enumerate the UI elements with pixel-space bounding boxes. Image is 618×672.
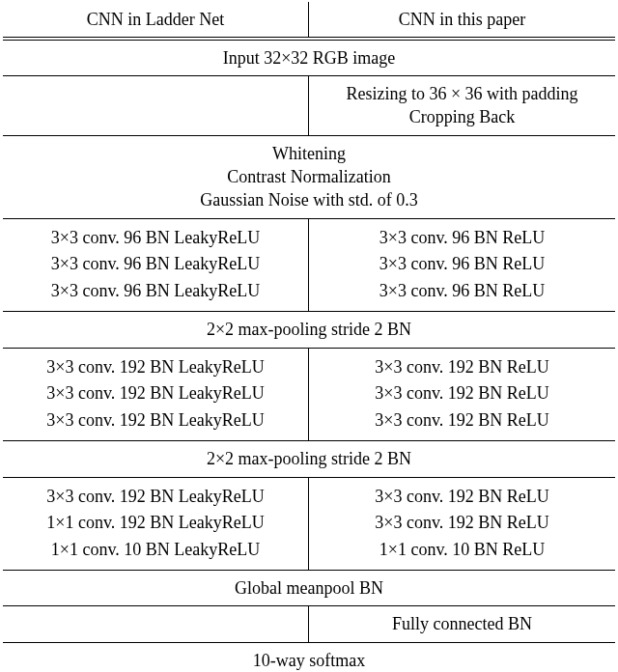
conv-block-1: 3×3 conv. 96 BN LeakyReLU 3×3 conv. 96 B… xyxy=(3,219,615,312)
common-preproc: Whitening Contrast Normalization Gaussia… xyxy=(3,136,615,218)
conv-line: 3×3 conv. 192 BN LeakyReLU xyxy=(46,380,264,407)
preproc-left-empty xyxy=(3,76,309,135)
global-meanpool: Global meanpool BN xyxy=(3,571,615,605)
conv-block-1-right: 3×3 conv. 96 BN ReLU 3×3 conv. 96 BN ReL… xyxy=(309,219,615,312)
conv-block-2-right: 3×3 conv. 192 BN ReLU 3×3 conv. 192 BN R… xyxy=(309,349,615,441)
conv-line: 3×3 conv. 192 BN ReLU xyxy=(375,354,548,381)
input-row: Input 32×32 RGB image xyxy=(3,41,615,75)
conv-line: 3×3 conv. 96 BN ReLU xyxy=(379,251,545,278)
conv-line: 3×3 conv. 192 BN ReLU xyxy=(375,510,548,537)
conv-line: 1×1 conv. 192 BN LeakyReLU xyxy=(46,510,264,537)
conv-line: 3×3 conv. 192 BN LeakyReLU xyxy=(46,484,264,511)
preproc-resize-row: Resizing to 36 × 36 with padding Croppin… xyxy=(3,76,615,135)
col-header-left: CNN in Ladder Net xyxy=(3,2,309,37)
softmax-row: 10-way softmax xyxy=(3,643,615,672)
conv-line: 3×3 conv. 96 BN LeakyReLU xyxy=(51,278,260,305)
col-header-right: CNN in this paper xyxy=(309,2,615,37)
conv-block-1-left: 3×3 conv. 96 BN LeakyReLU 3×3 conv. 96 B… xyxy=(3,219,309,312)
pool-1: 2×2 max-pooling stride 2 BN xyxy=(3,312,615,347)
conv-line: 1×1 conv. 10 BN ReLU xyxy=(379,537,545,564)
conv-block-2: 3×3 conv. 192 BN LeakyReLU 3×3 conv. 192… xyxy=(3,349,615,441)
fc-right: Fully connected BN xyxy=(309,606,615,641)
preproc-right: Resizing to 36 × 36 with padding Croppin… xyxy=(309,76,615,135)
conv-line: 3×3 conv. 96 BN LeakyReLU xyxy=(51,251,260,278)
conv-line: 1×1 conv. 10 BN LeakyReLU xyxy=(51,537,260,564)
fully-connected-row: Fully connected BN xyxy=(3,606,615,641)
table-header-row: CNN in Ladder Net CNN in this paper xyxy=(3,2,615,37)
conv-block-3-left: 3×3 conv. 192 BN LeakyReLU 1×1 conv. 192… xyxy=(3,478,309,571)
conv-line: 3×3 conv. 96 BN ReLU xyxy=(379,225,545,252)
conv-line: 3×3 conv. 192 BN ReLU xyxy=(375,380,548,407)
conv-block-3-right: 3×3 conv. 192 BN ReLU 3×3 conv. 192 BN R… xyxy=(309,478,615,571)
conv-line: 3×3 conv. 192 BN LeakyReLU xyxy=(46,407,264,434)
pool-2: 2×2 max-pooling stride 2 BN xyxy=(3,441,615,476)
conv-block-2-left: 3×3 conv. 192 BN LeakyReLU 3×3 conv. 192… xyxy=(3,349,309,441)
conv-line: 3×3 conv. 192 BN ReLU xyxy=(375,407,548,434)
conv-line: 3×3 conv. 96 BN LeakyReLU xyxy=(51,225,260,252)
architecture-table: CNN in Ladder Net CNN in this paper Inpu… xyxy=(0,0,618,672)
fc-left-empty xyxy=(3,606,309,641)
conv-line: 3×3 conv. 192 BN LeakyReLU xyxy=(46,354,264,381)
conv-block-3: 3×3 conv. 192 BN LeakyReLU 1×1 conv. 192… xyxy=(3,478,615,571)
conv-line: 3×3 conv. 96 BN ReLU xyxy=(379,278,545,305)
conv-line: 3×3 conv. 192 BN ReLU xyxy=(375,484,548,511)
